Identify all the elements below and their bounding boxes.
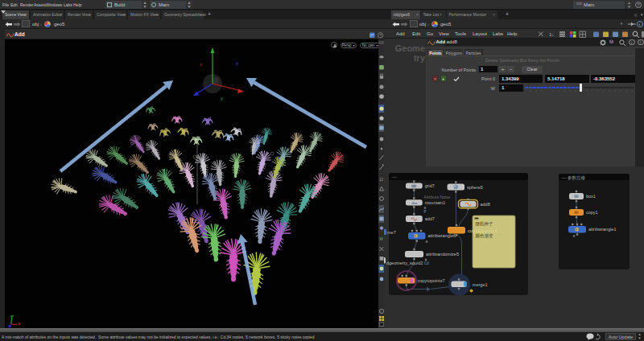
svg-text:?: ? (379, 33, 382, 38)
svg-text:sphere5: sphere5 (467, 185, 483, 190)
svg-text:attribrandomize5: attribrandomize5 (426, 252, 459, 257)
svg-text:attribwrangle6: attribwrangle6 (428, 233, 456, 238)
svg-text:1↓: 1↓ (549, 32, 554, 37)
svg-text:grid7: grid7 (425, 183, 435, 188)
svg-text:M: M (380, 236, 383, 241)
svg-text:12: 12 (379, 178, 384, 182)
svg-text:Cd: Cd (424, 261, 429, 265)
svg-text:— 参数拉移: — 参数拉移 (562, 175, 586, 181)
svg-text:Attribute Noise: Attribute Noise (424, 195, 451, 199)
svg-text:dgeometry_squid2: dgeometry_squid2 (386, 261, 423, 265)
svg-text:attribwrangle1: attribwrangle1 (588, 227, 617, 232)
svg-text:copy1: copy1 (586, 210, 598, 215)
svg-text:add8: add8 (481, 202, 490, 207)
svg-text:me7: me7 (387, 230, 396, 235)
svg-text:y: y (221, 96, 223, 101)
svg-text:mountain1: mountain1 (425, 200, 446, 205)
svg-text:—: — (392, 175, 397, 179)
svg-text:x: x (200, 62, 202, 67)
svg-text:颜色渐变: 颜色渐变 (476, 233, 494, 239)
svg-text:add7: add7 (425, 216, 435, 221)
svg-text:随机种子: 随机种子 (476, 221, 494, 227)
svg-text:copytopoints7: copytopoints7 (418, 278, 445, 283)
svg-text:box1: box1 (586, 194, 596, 199)
svg-text:P: P (424, 210, 427, 214)
svg-text:merge1: merge1 (473, 282, 488, 287)
svg-text:z: z (236, 61, 238, 66)
svg-text:i: i (381, 310, 382, 314)
